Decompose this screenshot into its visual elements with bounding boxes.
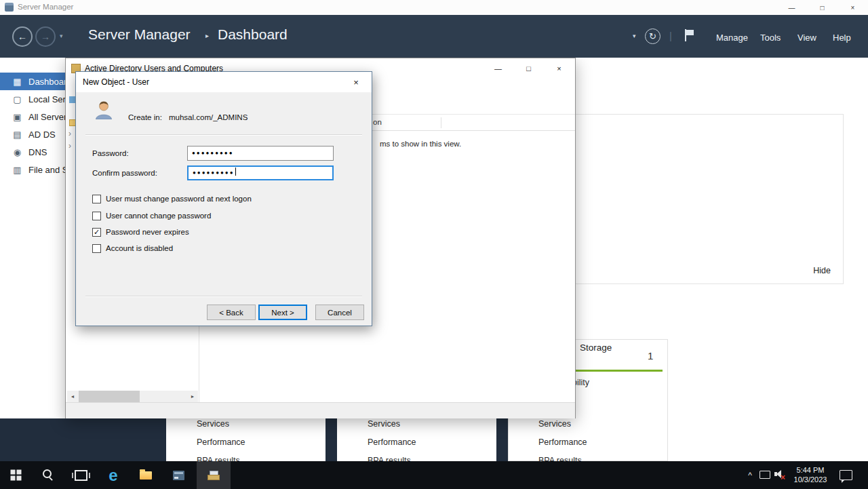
scrollbar-thumb[interactable] — [79, 391, 140, 402]
header-dropdown-icon[interactable]: ▾ — [633, 33, 636, 39]
dialog-title: New Object - User — [83, 77, 149, 87]
storage-tile-count: 1 — [648, 350, 653, 361]
scrollbar-track[interactable] — [78, 391, 187, 402]
password-masked-value: ●●●●●●●●● — [192, 150, 234, 156]
maximize-icon[interactable]: □ — [807, 0, 837, 15]
close-icon[interactable]: × — [341, 73, 371, 92]
breadcrumb-separator-icon: ▸ — [205, 32, 209, 39]
aduc-window-controls: — □ × — [483, 58, 574, 79]
minimize-icon[interactable]: — — [776, 0, 807, 15]
column-header-fragment[interactable]: on — [373, 118, 382, 126]
tile-row-performance[interactable]: Performance — [197, 437, 245, 447]
menu-tools[interactable]: Tools — [760, 33, 781, 43]
forward-button[interactable]: → — [35, 26, 56, 47]
tile-row-services[interactable]: Services — [368, 419, 400, 429]
edge-button[interactable]: e — [98, 461, 129, 489]
back-button[interactable]: < Back — [207, 305, 256, 320]
taskbar-clock[interactable]: 5:44 PM 10/3/2023 — [792, 465, 829, 484]
sidebar-item-label: AD DS — [28, 130, 56, 140]
checkbox-password-never-expires[interactable]: ✓ Password never expires — [92, 227, 189, 237]
refresh-icon[interactable]: ↻ — [645, 28, 660, 44]
create-in-label: Create in: — [128, 113, 162, 121]
menu-manage[interactable]: Manage — [716, 33, 748, 43]
windows-logo-icon — [10, 470, 15, 475]
file-storage-icon: ▥ — [12, 165, 22, 175]
network-icon[interactable] — [760, 471, 770, 479]
checkbox-box[interactable] — [92, 212, 101, 220]
text-caret — [235, 168, 236, 176]
back-button[interactable]: ← — [12, 26, 33, 47]
tree-expand-chevron[interactable]: › — [68, 141, 71, 151]
server-manager-taskbar-button[interactable] — [163, 461, 194, 489]
close-icon[interactable]: × — [544, 58, 574, 79]
nav-dropdown-icon[interactable]: ▾ — [60, 33, 63, 39]
next-button[interactable]: Next > — [258, 305, 307, 320]
search-icon — [43, 469, 52, 478]
os-titlebar: Server Manager — □ × — [0, 0, 868, 15]
checkbox-must-change-password[interactable]: User must change password at next logon — [92, 194, 252, 203]
sidebar-item-label: DNS — [28, 147, 47, 157]
menu-view[interactable]: View — [797, 33, 816, 43]
column-divider[interactable] — [441, 117, 441, 128]
active-app-taskbar-button[interactable] — [197, 461, 231, 489]
horizontal-scrollbar[interactable]: ◄ ► — [67, 391, 198, 402]
create-in-value: muhsal.com/_ADMINS — [169, 113, 248, 121]
checkbox-box[interactable] — [92, 244, 101, 253]
server-manager-header: ← → ▾ Server Manager ▸ Dashboard ▾ ↻ | M… — [0, 15, 868, 58]
screen: Hide Storage 1 bility Services Performan… — [0, 0, 868, 489]
checkbox-box[interactable] — [92, 195, 101, 203]
maximize-icon[interactable]: □ — [513, 58, 544, 79]
storage-tile-title[interactable]: Storage — [580, 343, 612, 353]
minimize-icon[interactable]: — — [483, 58, 513, 79]
checkbox-box[interactable]: ✓ — [92, 228, 101, 237]
clock-time: 5:44 PM — [792, 465, 829, 475]
checkbox-label: Account is disabled — [106, 244, 173, 252]
scroll-right-button[interactable]: ► — [187, 391, 198, 402]
start-button[interactable] — [0, 461, 31, 489]
cancel-button[interactable]: Cancel — [315, 305, 364, 320]
server-manager-app-icon — [5, 3, 14, 12]
tile-band-dark-block — [0, 418, 166, 461]
file-explorer-button[interactable] — [130, 461, 161, 489]
tile-row-performance[interactable]: Performance — [538, 437, 587, 447]
role-tile-column — [166, 418, 326, 461]
mute-x-icon: × — [781, 473, 785, 482]
close-icon[interactable]: × — [837, 0, 868, 15]
notifications-flag-icon[interactable] — [685, 29, 696, 41]
scroll-left-button[interactable]: ◄ — [67, 391, 78, 402]
checkbox-label: Password never expires — [106, 228, 189, 236]
header-divider: | — [669, 30, 672, 41]
tile-row-services[interactable]: Services — [538, 419, 571, 429]
password-label: Password: — [92, 149, 129, 157]
breadcrumb-dashboard[interactable]: Dashboard — [218, 26, 288, 43]
tile-row-performance[interactable]: Performance — [368, 437, 416, 447]
password-input[interactable]: ●●●●●●●●● — [187, 146, 334, 161]
checkbox-account-disabled[interactable]: Account is disabled — [92, 243, 173, 253]
tile-row-services[interactable]: Services — [197, 419, 229, 429]
confirm-password-label: Confirm password: — [92, 169, 157, 177]
tray-expand-button[interactable]: ^ — [743, 461, 757, 489]
server-manager-icon — [173, 471, 184, 480]
checkbox-cannot-change-password[interactable]: User cannot change password — [92, 211, 211, 220]
confirm-masked-value: ●●●●●●●●● — [193, 170, 235, 176]
menu-help[interactable]: Help — [833, 33, 851, 43]
window-status-strip — [66, 402, 575, 418]
task-view-button[interactable] — [65, 461, 96, 489]
server-icon: ▢ — [12, 94, 22, 104]
action-center-icon[interactable] — [840, 470, 852, 480]
dialog-titlebar: New Object - User × — [76, 72, 372, 92]
taskbar: e ^ × 5:44 PM 10/3/2023 — [0, 461, 868, 489]
checkbox-label: User cannot change password — [106, 212, 211, 220]
role-tile-column — [337, 418, 496, 461]
window-title: Server Manager — [18, 3, 73, 11]
clock-date: 10/3/2023 — [792, 475, 829, 484]
hide-button[interactable]: Hide — [813, 266, 831, 275]
search-button[interactable] — [33, 461, 64, 489]
confirm-password-input[interactable]: ●●●●●●●●● — [187, 165, 334, 180]
breadcrumb-server-manager[interactable]: Server Manager — [88, 26, 191, 43]
folder-icon — [140, 471, 152, 480]
checkbox-label: User must change password at next logon — [106, 195, 252, 203]
ad-ds-icon: ▤ — [12, 130, 22, 140]
task-view-icon — [75, 470, 87, 481]
tree-expand-chevron[interactable]: › — [68, 129, 71, 138]
